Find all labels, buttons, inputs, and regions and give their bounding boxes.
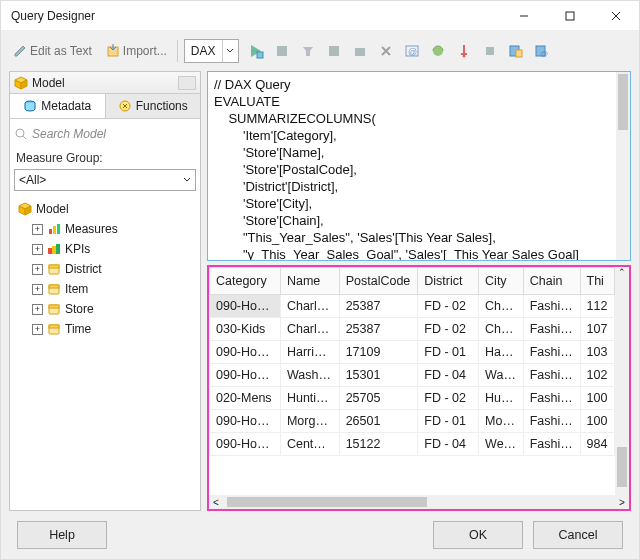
query-editor[interactable]: // DAX Query EVALUATE SUMMARIZECOLUMNS( … — [207, 71, 631, 261]
tree-node-label: District — [65, 262, 102, 276]
results-grid: CategoryNamePostalCodeDistrictCityChainT… — [207, 265, 631, 511]
metadata-icon — [23, 99, 37, 113]
toolbar-btn-3[interactable] — [297, 40, 319, 62]
cube-icon — [18, 202, 32, 216]
col-district[interactable]: District — [418, 268, 479, 295]
tree-node-district[interactable]: +District — [14, 259, 196, 279]
tree-node-kpis[interactable]: +KPIs — [14, 239, 196, 259]
grid-scrollbar-horizontal[interactable]: < > — [209, 495, 629, 509]
run-query-button[interactable] — [245, 40, 267, 62]
expand-icon[interactable]: + — [32, 244, 43, 255]
svg-rect-4 — [329, 46, 339, 56]
measure-group-label: Measure Group: — [10, 149, 200, 167]
toolbar-btn-5[interactable] — [349, 40, 371, 62]
svg-rect-22 — [52, 246, 56, 254]
chevron-down-icon — [183, 176, 191, 184]
tree-node-label: Measures — [65, 222, 118, 236]
expand-icon[interactable]: + — [32, 264, 43, 275]
toolbar-btn-11[interactable] — [505, 40, 527, 62]
col-chain[interactable]: Chain — [523, 268, 580, 295]
table-row[interactable]: 030-KidsCharl…25387FD - 02Ch…Fashi…107 — [210, 318, 615, 341]
tree-node-label: Store — [65, 302, 94, 316]
dim-icon — [47, 282, 61, 296]
window-title: Query Designer — [1, 9, 95, 23]
toolbar-btn-10[interactable] — [479, 40, 501, 62]
svg-rect-18 — [49, 229, 52, 234]
language-dropdown[interactable]: DAX — [184, 39, 239, 63]
svg-text:@: @ — [408, 47, 417, 57]
col-name[interactable]: Name — [280, 268, 339, 295]
kpis-icon — [47, 242, 61, 256]
model-header: Model — [10, 72, 200, 94]
import-icon — [106, 44, 120, 58]
maximize-button[interactable] — [547, 1, 593, 31]
table-row[interactable]: 090-Ho…Cent…15122FD - 04We…Fashi…984 — [210, 433, 615, 456]
tree-node-label: KPIs — [65, 242, 90, 256]
minimize-button[interactable] — [501, 1, 547, 31]
expand-icon[interactable]: + — [32, 324, 43, 335]
toolbar-btn-2[interactable] — [271, 40, 293, 62]
table-row[interactable]: 090-Ho…Wash…15301FD - 04Wa…Fashi…102 — [210, 364, 615, 387]
tree-node-measures[interactable]: +Measures — [14, 219, 196, 239]
footer: Help OK Cancel — [1, 511, 639, 559]
cube-icon — [14, 76, 28, 90]
svg-point-9 — [462, 55, 465, 58]
search-input[interactable]: Search Model — [14, 123, 196, 145]
expand-icon[interactable]: + — [32, 224, 43, 235]
svg-rect-27 — [49, 285, 59, 288]
tree-node-label: Time — [65, 322, 91, 336]
svg-rect-20 — [57, 224, 60, 234]
toolbar-btn-12[interactable]: @ — [531, 40, 553, 62]
col-postalcode[interactable]: PostalCode — [339, 268, 418, 295]
grid-scrollbar-vertical[interactable]: ⌃ — [615, 267, 629, 495]
expand-icon[interactable]: + — [32, 284, 43, 295]
table-row[interactable]: 090-Ho…Harri…17109FD - 01Ha…Fashi…103 — [210, 341, 615, 364]
dim-icon — [47, 302, 61, 316]
table-row[interactable]: 090-Ho…Charl…25387FD - 02Ch…Fashi…112 — [210, 295, 615, 318]
toolbar: Edit as Text Import... DAX @ @ — [1, 31, 639, 71]
measure-group-dropdown[interactable]: <All> — [14, 169, 196, 191]
col-thi[interactable]: Thi — [580, 268, 614, 295]
query-text[interactable]: // DAX Query EVALUATE SUMMARIZECOLUMNS( … — [208, 72, 616, 260]
ok-button[interactable]: OK — [433, 521, 523, 549]
metadata-tabs: Metadata Functions — [10, 94, 200, 119]
close-button[interactable] — [593, 1, 639, 31]
tree-node-time[interactable]: +Time — [14, 319, 196, 339]
tree-node-label: Model — [36, 202, 69, 216]
help-button[interactable]: Help — [17, 521, 107, 549]
dim-icon — [47, 322, 61, 336]
edit-as-text-button[interactable]: Edit as Text — [9, 37, 96, 65]
toolbar-btn-7[interactable]: @ — [401, 40, 423, 62]
svg-rect-10 — [486, 47, 494, 55]
svg-text:@: @ — [540, 49, 548, 58]
table-row[interactable]: 090-Ho…Morg…26501FD - 01Mo…Fashi…100 — [210, 410, 615, 433]
tab-metadata[interactable]: Metadata — [10, 94, 106, 118]
chevron-down-icon — [222, 40, 238, 62]
svg-rect-5 — [355, 48, 365, 56]
functions-icon — [118, 99, 132, 113]
results-table[interactable]: CategoryNamePostalCodeDistrictCityChainT… — [209, 267, 615, 456]
svg-rect-0 — [566, 12, 574, 20]
toolbar-btn-8[interactable] — [427, 40, 449, 62]
toolbar-btn-9[interactable] — [453, 40, 475, 62]
tree-node-store[interactable]: +Store — [14, 299, 196, 319]
cancel-button[interactable]: Cancel — [533, 521, 623, 549]
import-button[interactable]: Import... — [102, 37, 171, 65]
table-row[interactable]: 020-MensHunti…25705FD - 02Hu…Fashi…100 — [210, 387, 615, 410]
svg-rect-29 — [49, 305, 59, 308]
tree-node-label: Item — [65, 282, 88, 296]
panel-grip[interactable] — [178, 76, 196, 90]
toolbar-btn-4[interactable] — [323, 40, 345, 62]
col-category[interactable]: Category — [210, 268, 281, 295]
dim-icon — [47, 262, 61, 276]
tree-node-item[interactable]: +Item — [14, 279, 196, 299]
tree-node-model[interactable]: Model — [14, 199, 196, 219]
svg-rect-23 — [56, 244, 60, 254]
scrollbar-vertical[interactable] — [616, 72, 630, 260]
toolbar-btn-6[interactable] — [375, 40, 397, 62]
svg-rect-3 — [277, 46, 287, 56]
tab-functions[interactable]: Functions — [106, 94, 201, 118]
col-city[interactable]: City — [479, 268, 524, 295]
svg-point-17 — [16, 129, 24, 137]
expand-icon[interactable]: + — [32, 304, 43, 315]
